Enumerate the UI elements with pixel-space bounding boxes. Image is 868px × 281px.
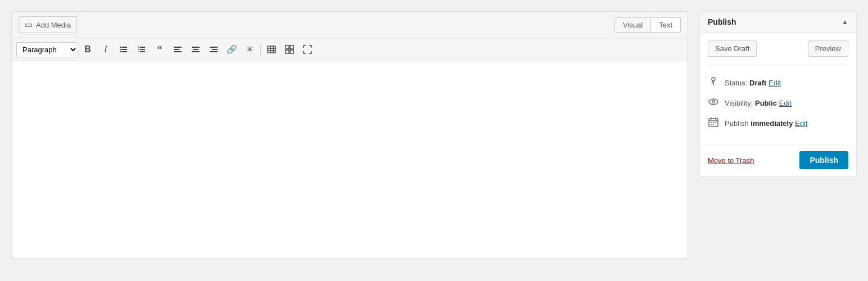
svg-rect-7	[140, 47, 145, 48]
svg-point-30	[712, 78, 715, 81]
ordered-list-button[interactable]: 1.2.3.	[133, 42, 150, 57]
status-row: Status: Draft Edit	[708, 72, 848, 93]
unordered-list-button[interactable]	[115, 42, 132, 57]
svg-rect-27	[290, 46, 293, 49]
svg-rect-17	[192, 51, 200, 52]
media-icon: ▭	[25, 20, 33, 30]
fullscreen-button[interactable]	[299, 42, 316, 57]
publish-toggle-button[interactable]: ▲	[842, 18, 848, 26]
svg-rect-9	[140, 49, 145, 50]
align-right-button[interactable]	[205, 42, 222, 57]
toolbar-divider	[260, 44, 261, 55]
editor-top-bar: ▭ Add Media Visual Text	[12, 12, 688, 38]
visibility-label: Visibility:	[725, 99, 753, 107]
svg-rect-13	[174, 49, 179, 50]
tab-text[interactable]: Text	[651, 17, 681, 33]
publish-time-text: Publish immediately Edit	[725, 119, 848, 128]
publish-actions: Save Draft Preview	[708, 40, 848, 57]
svg-rect-20	[210, 51, 218, 52]
editor-toolbar: Paragraph Heading 1 Heading 2 Heading 3 …	[12, 38, 688, 61]
visibility-icon	[708, 98, 719, 108]
status-icon	[708, 76, 719, 89]
visibility-row: Visibility: Public Edit	[708, 93, 848, 112]
status-text: Status: Draft Edit	[725, 79, 848, 87]
svg-rect-12	[174, 47, 182, 48]
grid-button[interactable]	[281, 42, 298, 57]
visibility-text: Visibility: Public Edit	[725, 99, 848, 107]
status-value: Draft	[749, 79, 766, 87]
status-edit-link[interactable]: Edit	[768, 79, 781, 87]
publish-panel-title: Publish	[708, 17, 736, 26]
svg-rect-28	[286, 50, 289, 53]
svg-rect-4	[120, 51, 121, 52]
svg-rect-3	[121, 49, 127, 50]
editor-area: ▭ Add Media Visual Text Paragraph Headin…	[11, 11, 688, 259]
svg-rect-18	[210, 47, 218, 48]
align-center-button[interactable]	[187, 42, 204, 57]
format-select[interactable]: Paragraph Heading 1 Heading 2 Heading 3 …	[16, 42, 78, 57]
table-button[interactable]	[263, 42, 280, 57]
svg-point-34	[712, 101, 715, 103]
publish-button[interactable]: Publish	[799, 151, 848, 169]
tab-visual[interactable]: Visual	[614, 17, 651, 33]
svg-rect-16	[193, 49, 198, 50]
calendar-icon	[708, 117, 719, 129]
svg-rect-11	[140, 51, 145, 52]
svg-text:3.: 3.	[138, 49, 140, 53]
bold-button[interactable]: B	[79, 42, 96, 57]
svg-rect-5	[121, 51, 127, 52]
svg-rect-15	[192, 47, 200, 48]
align-left-button[interactable]	[169, 42, 186, 57]
svg-rect-0	[120, 47, 121, 48]
move-to-trash-button[interactable]: Move to Trash	[708, 156, 754, 165]
visibility-value: Public	[755, 99, 777, 107]
publish-time-edit-link[interactable]: Edit	[795, 119, 807, 128]
visibility-edit-link[interactable]: Edit	[779, 99, 792, 107]
status-label: Status:	[725, 79, 747, 87]
svg-rect-1	[121, 47, 127, 48]
svg-rect-26	[286, 46, 289, 49]
blockquote-button[interactable]: “	[151, 42, 168, 57]
svg-rect-14	[174, 51, 182, 52]
publish-panel-header: Publish ▲	[700, 12, 856, 33]
svg-point-33	[709, 99, 718, 105]
preview-button[interactable]: Preview	[808, 40, 848, 57]
add-media-label: Add Media	[36, 21, 71, 29]
svg-rect-29	[290, 50, 293, 53]
save-draft-button[interactable]: Save Draft	[708, 40, 757, 57]
publish-panel: Publish ▲ Save Draft Preview Status: Dra…	[699, 11, 857, 176]
publish-panel-body: Save Draft Preview Status: Draft Edit	[700, 33, 856, 142]
add-media-button[interactable]: ▭ Add Media	[19, 16, 77, 33]
publish-meta: Status: Draft Edit Visibility: Public Ed…	[708, 65, 848, 134]
publish-footer: Move to Trash Publish	[700, 144, 856, 176]
link-button[interactable]: 🔗	[223, 42, 240, 57]
svg-rect-2	[120, 49, 121, 50]
svg-rect-19	[212, 49, 218, 50]
more-button[interactable]: ✳	[241, 42, 258, 57]
editor-content[interactable]	[12, 61, 688, 258]
svg-rect-21	[268, 46, 275, 53]
publish-time-label: Publish	[725, 119, 749, 128]
publish-time-value: immediately	[751, 119, 793, 128]
publish-time-row: Publish immediately Edit	[708, 112, 848, 134]
italic-button[interactable]: I	[97, 42, 114, 57]
view-tabs: Visual Text	[614, 17, 681, 33]
